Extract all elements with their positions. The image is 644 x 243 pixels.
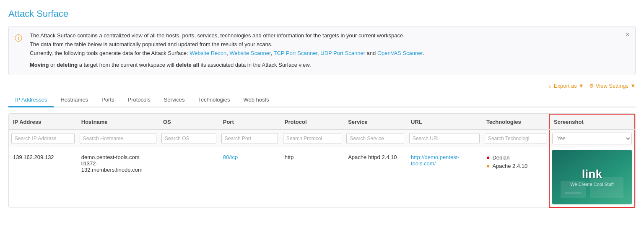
search-ip-input[interactable] bbox=[11, 133, 75, 144]
search-os-input[interactable] bbox=[161, 133, 216, 144]
col-header-os: OS bbox=[159, 114, 219, 130]
search-port-cell bbox=[219, 130, 280, 147]
alert-close-button[interactable]: ✕ bbox=[625, 31, 630, 39]
os-cell bbox=[159, 147, 219, 208]
screenshot-link-sublabel: We Create Cool Stuff bbox=[570, 182, 614, 187]
col-header-service: Service bbox=[344, 114, 407, 130]
tech-item-apache: ● Apache 2.4.10 bbox=[486, 162, 545, 169]
ip-cell: 139.162.209.132 bbox=[9, 147, 77, 208]
tab-technologies[interactable]: Technologies bbox=[192, 93, 237, 107]
col-header-protocol: Protocol bbox=[280, 114, 344, 130]
tab-hostnames[interactable]: Hostnames bbox=[54, 93, 95, 107]
screenshot-cell: link We Create Cool Stuff bbox=[549, 147, 635, 208]
table-row: 139.162.209.132 demo.pentest-tools.com l… bbox=[9, 147, 635, 208]
tab-services[interactable]: Services bbox=[157, 93, 192, 107]
tab-web-hosts[interactable]: Web hosts bbox=[236, 93, 275, 107]
export-chevron-icon: ▼ bbox=[579, 83, 584, 89]
apache-icon: ● bbox=[486, 162, 490, 169]
col-header-screenshot: Screenshot bbox=[549, 114, 635, 130]
alert-line1: The Attack Surface contains a centralize… bbox=[30, 31, 620, 40]
tool-link-openvas-scanner[interactable]: OpenVAS Scanner bbox=[377, 50, 423, 56]
tool-link-udp-port-scanner[interactable]: UDP Port Scanner bbox=[320, 50, 365, 56]
alert-line2: The data from the table below is automat… bbox=[30, 40, 620, 49]
search-protocol-input[interactable] bbox=[283, 133, 341, 144]
alert-note: Moving or deleting a target from the cur… bbox=[30, 61, 620, 70]
port-cell: 80/tcp bbox=[219, 147, 280, 208]
search-os-cell bbox=[159, 130, 219, 147]
url-link[interactable]: http://demo.pentest-tools.com/ bbox=[411, 154, 460, 167]
info-icon: ⓘ bbox=[15, 32, 22, 44]
search-hostname-cell bbox=[77, 130, 159, 147]
search-ip-cell bbox=[9, 130, 77, 147]
tool-link-tcp-port-scanner[interactable]: TCP Port Scanner bbox=[274, 50, 318, 56]
view-settings-button[interactable]: ⚙ View Settings ▼ bbox=[589, 83, 636, 89]
view-settings-label: View Settings bbox=[596, 83, 629, 89]
search-port-input[interactable] bbox=[221, 133, 278, 144]
col-header-technologies: Technologies bbox=[482, 114, 549, 130]
tab-ports[interactable]: Ports bbox=[95, 93, 121, 107]
toolbar: ⇣ Export as ▼ ⚙ View Settings ▼ bbox=[8, 83, 636, 89]
search-screenshot-cell: Yes No bbox=[549, 130, 635, 147]
search-tech-input[interactable] bbox=[485, 133, 546, 144]
search-protocol-cell bbox=[280, 130, 344, 147]
screenshot-filter-select[interactable]: Yes No bbox=[552, 133, 632, 144]
table-header-row: IP Address Hostname OS Port Protocol Ser… bbox=[9, 114, 635, 130]
search-service-input[interactable] bbox=[346, 133, 404, 144]
protocol-cell: http bbox=[280, 147, 344, 208]
tool-link-website-scanner[interactable]: Website Scanner bbox=[229, 50, 270, 56]
attack-surface-table: IP Address Hostname OS Port Protocol Ser… bbox=[8, 113, 636, 208]
alert-banner: ⓘ ✕ The Attack Surface contains a centra… bbox=[8, 26, 636, 75]
search-hostname-input[interactable] bbox=[80, 133, 156, 144]
col-header-ip: IP Address bbox=[9, 114, 77, 130]
tech-list: ● Debian ● Apache 2.4.10 bbox=[486, 154, 545, 169]
col-header-url: URL bbox=[407, 114, 482, 130]
search-url-cell bbox=[407, 130, 482, 147]
tab-protocols[interactable]: Protocols bbox=[121, 93, 157, 107]
tab-ip-addresses[interactable]: IP Addresses bbox=[8, 93, 54, 107]
search-url-input[interactable] bbox=[409, 133, 480, 144]
screenshot-thumbnail[interactable]: link We Create Cool Stuff bbox=[552, 150, 632, 204]
tabs-row: IP Addresses Hostnames Ports Protocols S… bbox=[8, 93, 636, 107]
gear-icon: ⚙ bbox=[589, 83, 594, 89]
url-cell: http://demo.pentest-tools.com/ bbox=[407, 147, 482, 208]
page-title: Attack Surface bbox=[8, 8, 636, 19]
tool-link-website-recon[interactable]: Website Recon bbox=[190, 50, 226, 56]
screenshot-link-label: link bbox=[582, 167, 602, 181]
tech-name-debian: Debian bbox=[492, 154, 509, 161]
settings-chevron-icon: ▼ bbox=[630, 83, 636, 89]
search-tech-cell bbox=[482, 130, 549, 147]
service-cell: Apache httpd 2.4.10 bbox=[344, 147, 407, 208]
export-label: Export as bbox=[554, 83, 577, 89]
col-header-hostname: Hostname bbox=[77, 114, 159, 130]
port-link[interactable]: 80/tcp bbox=[223, 154, 238, 160]
tech-item-debian: ● Debian bbox=[486, 154, 545, 161]
col-header-port: Port bbox=[219, 114, 280, 130]
hostname-cell: demo.pentest-tools.com li1372-132.member… bbox=[77, 147, 159, 208]
search-filter-row: Yes No bbox=[9, 130, 635, 147]
technologies-cell: ● Debian ● Apache 2.4.10 bbox=[482, 147, 549, 208]
export-button[interactable]: ⇣ Export as ▼ bbox=[548, 83, 584, 89]
search-service-cell bbox=[344, 130, 407, 147]
alert-line3: Currently, the following tools generate … bbox=[30, 49, 620, 58]
download-icon: ⇣ bbox=[548, 83, 552, 89]
debian-icon: ● bbox=[486, 154, 490, 161]
tech-name-apache: Apache 2.4.10 bbox=[492, 163, 527, 169]
